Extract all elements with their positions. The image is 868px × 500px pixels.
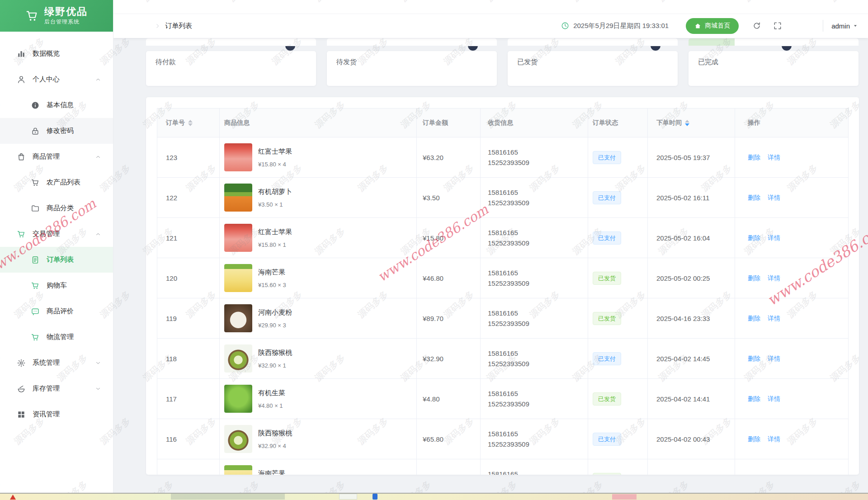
product-image [224, 224, 252, 252]
delete-link[interactable]: 删除 [748, 355, 760, 362]
contact-cell: 1581616515252393509 [481, 178, 588, 218]
product-cell: 海南芒果¥15.60 × 1 [220, 459, 417, 475]
phone-line-1: 15816165 [488, 469, 587, 475]
sort-carets[interactable] [188, 120, 193, 126]
contact-cell: 1581616515252393509 [481, 339, 588, 379]
sidebar-item-cart-11[interactable]: 物流管理 [0, 324, 113, 350]
product-cell: 河南小麦粉¥29.90 × 3 [220, 298, 417, 339]
order-date: 2025-04-02 14:45 [656, 355, 710, 363]
detail-link[interactable]: 详情 [768, 395, 780, 402]
detail-link[interactable]: 详情 [768, 194, 780, 201]
chevron-down-icon [95, 360, 101, 366]
detail-link[interactable]: 详情 [768, 355, 780, 362]
order-id: 118 [166, 355, 177, 363]
sidebar-item-doc-8[interactable]: 订单列表 [0, 247, 113, 273]
sidebar-item-cart-7[interactable]: 交易管理 [0, 221, 113, 247]
order-date: 2025-04-02 14:41 [656, 395, 710, 403]
sidebar-item-grid-14[interactable]: 资讯管理 [0, 401, 113, 427]
info-icon [31, 101, 40, 110]
product-image [224, 304, 252, 332]
sidebar-item-folder-6[interactable]: 商品分类 [0, 195, 113, 221]
sidebar-item-lock-3[interactable]: 修改密码 [0, 118, 113, 144]
order-amount: ¥65.80 [423, 435, 443, 443]
sidebar-item-info-2[interactable]: 基本信息 [0, 92, 113, 118]
contact-cell: 1581616515252393509 [481, 459, 588, 475]
delete-link[interactable]: 删除 [748, 435, 760, 443]
product-name: 红富士苹果 [258, 147, 292, 156]
order-amount: ¥89.70 [423, 315, 443, 322]
mall-home-button[interactable]: 商城首页 [686, 18, 739, 34]
column-header-6[interactable]: 下单时间 [648, 108, 735, 137]
status-cell: 已支付 [588, 339, 648, 379]
sidebar-item-chat-10[interactable]: 商品评价 [0, 298, 113, 324]
sidebar-item-chart-0[interactable]: 数据概览 [0, 41, 113, 66]
phone-line-2: 15252393509 [488, 157, 587, 168]
column-label: 操作 [748, 119, 760, 126]
order-id-cell: 121 [157, 218, 220, 258]
product-image [224, 264, 252, 292]
amount-cell: ¥3.50 [417, 178, 481, 218]
detail-link[interactable]: 详情 [768, 154, 780, 161]
sort-carets[interactable] [685, 120, 689, 126]
username: admin [831, 22, 850, 30]
order-id-cell: 118 [157, 339, 220, 379]
gear-icon [17, 358, 26, 368]
phone-line-2: 15252393509 [488, 358, 587, 369]
status-badge: 已发货 [593, 272, 621, 285]
order-id: 119 [166, 315, 177, 322]
sidebar-item-label: 数据概览 [33, 49, 60, 58]
order-amount: ¥4.80 [423, 395, 440, 403]
app-logo: 绿野优品 后台管理系统 [0, 0, 113, 32]
delete-link[interactable]: 删除 [748, 234, 760, 241]
detail-link[interactable]: 详情 [768, 315, 780, 322]
sidebar-item-label: 商品评价 [47, 307, 74, 316]
product-image [224, 344, 252, 373]
status-badge: 已支付 [593, 433, 621, 446]
status-cell: 已支付 [588, 218, 648, 258]
user-menu[interactable]: admin [831, 22, 858, 30]
column-label: 订单号 [166, 119, 185, 126]
amount-cell: ¥32.90 [417, 339, 481, 379]
breadcrumb[interactable]: 订单列表 [155, 14, 192, 38]
delete-link[interactable]: 删除 [748, 315, 760, 322]
detail-link[interactable]: 详情 [768, 435, 780, 443]
phone-line-2: 15252393509 [488, 399, 587, 409]
sidebar-item-label: 资讯管理 [33, 410, 60, 419]
card-top-strip [508, 38, 678, 46]
sidebar-item-bowl-13[interactable]: 库存管理 [0, 376, 113, 401]
delete-link[interactable]: 删除 [748, 154, 760, 161]
table-row: 123红富士苹果¥15.80 × 4¥63.201581616515252393… [157, 137, 849, 178]
delete-link[interactable]: 删除 [748, 274, 760, 282]
taskbar-icon-green [171, 494, 285, 500]
column-label: 收货信息 [488, 119, 513, 126]
column-header-1[interactable]: 订单号 [157, 108, 220, 137]
product-price-qty: ¥15.60 × 3 [258, 282, 286, 288]
product-name: 陕西猕猴桃 [258, 349, 292, 357]
order-amount: ¥15.80 [423, 234, 443, 242]
chart-icon [17, 49, 26, 58]
actions-cell: 删除详情 [735, 298, 849, 339]
order-date: 2025-05-02 16:11 [656, 194, 709, 202]
product-image [224, 184, 252, 212]
sidebar-item-gear-12[interactable]: 系统管理 [0, 350, 113, 376]
actions-cell: 删除详情 [735, 218, 849, 258]
sidebar-item-label: 交易管理 [33, 230, 60, 238]
sidebar-item-user-1[interactable]: 个人中心 [0, 66, 113, 92]
amount-cell: ¥4.80 [417, 379, 481, 419]
delete-link[interactable]: 删除 [748, 194, 760, 201]
product-image [224, 425, 252, 453]
delete-link[interactable]: 删除 [748, 395, 760, 402]
sidebar-item-bag-4[interactable]: 商品管理 [0, 144, 113, 170]
sidebar: 绿野优品 后台管理系统 数据概览个人中心基本信息修改密码商品管理农产品列表商品分… [0, 0, 113, 493]
sidebar-item-cart-9[interactable]: 购物车 [0, 273, 113, 298]
detail-link[interactable]: 详情 [768, 274, 780, 282]
order-id: 121 [166, 234, 177, 242]
order-date: 2025-04-02 00:43 [656, 435, 710, 443]
detail-link[interactable]: 详情 [768, 234, 780, 241]
fullscreen-icon[interactable] [773, 21, 782, 30]
sidebar-item-cart-5[interactable]: 农产品列表 [0, 170, 113, 195]
phone-line-1: 15816165 [488, 429, 587, 439]
stat-card: 已发货 [508, 51, 678, 86]
refresh-icon[interactable] [752, 21, 761, 30]
sidebar-item-label: 商品分类 [47, 204, 74, 212]
